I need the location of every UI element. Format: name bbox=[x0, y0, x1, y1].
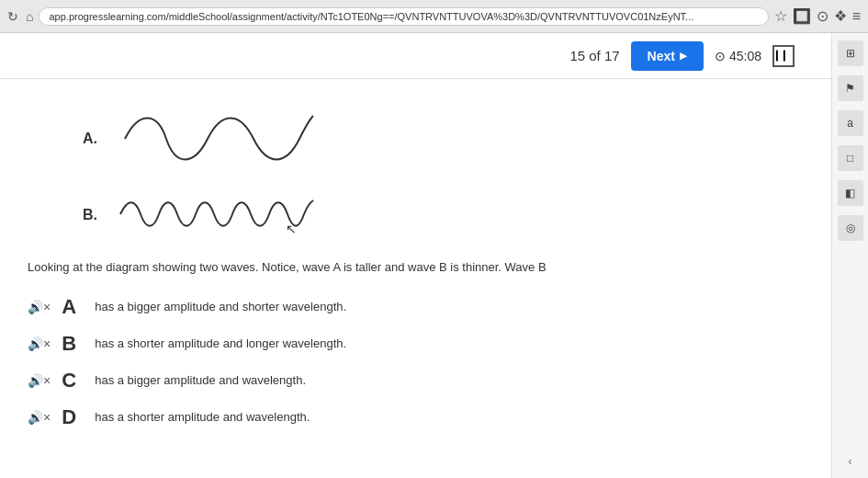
progress-indicator: 15 of 17 bbox=[569, 48, 619, 63]
home-icon[interactable]: ⌂ bbox=[26, 9, 33, 24]
wave-a-label: A. bbox=[83, 131, 101, 147]
sidebar-collapse-icon[interactable]: ‹ bbox=[841, 452, 860, 471]
right-sidebar: ⊞ ⚑ a □ ◧ ◎ ‹ bbox=[831, 33, 868, 478]
star-icon[interactable]: ☆ bbox=[774, 7, 787, 25]
browser-actions: ☆ 🔲 ⊙ ❖ ≡ bbox=[774, 7, 861, 25]
waves-diagram: A. B. ↖ bbox=[83, 107, 804, 240]
answer-letter-d: D bbox=[62, 405, 84, 429]
sidebar-icon-flag[interactable]: ⚑ bbox=[838, 75, 863, 101]
sidebar-icon-text[interactable]: a bbox=[838, 110, 863, 136]
browser-bar: ↻ ⌂ app.progresslearning.com/middleSchoo… bbox=[0, 0, 868, 33]
extension2-icon[interactable]: ❖ bbox=[834, 7, 847, 25]
question-description: Looking at the diagram showing two waves… bbox=[28, 258, 804, 277]
speaker-icon-b[interactable]: 🔊× bbox=[28, 336, 51, 351]
timer-display: ⊙ 45:08 bbox=[715, 49, 761, 63]
timer-value: 45:08 bbox=[729, 49, 761, 63]
next-button[interactable]: Next bbox=[631, 41, 704, 71]
answer-letter-a: A bbox=[62, 295, 84, 319]
clock-icon: ⊙ bbox=[715, 49, 726, 63]
extension-icon[interactable]: 🔲 bbox=[793, 7, 811, 25]
speaker-icon-d[interactable]: 🔊× bbox=[28, 410, 51, 425]
main-content: A. B. ↖ Looking at the diagram showing t… bbox=[0, 79, 831, 478]
answer-letter-b: B bbox=[62, 332, 84, 356]
sidebar-icon-box[interactable]: □ bbox=[838, 145, 863, 171]
header-bar: 15 of 17 Next ⊙ 45:08 ▎▎ bbox=[0, 33, 868, 79]
wave-a-svg bbox=[116, 107, 318, 171]
account-icon[interactable]: ⊙ bbox=[817, 7, 829, 25]
answer-text-c: has a bigger amplitude and wavelength. bbox=[95, 373, 306, 387]
answer-text-d: has a shorter amplitude and wavelength. bbox=[95, 410, 310, 424]
svg-text:↖: ↖ bbox=[286, 222, 297, 236]
answer-row-c[interactable]: 🔊× C has a bigger amplitude and waveleng… bbox=[28, 369, 804, 393]
wave-b-svg: ↖ bbox=[116, 189, 318, 240]
speaker-icon-a[interactable]: 🔊× bbox=[28, 300, 51, 314]
sidebar-icon-split[interactable]: ◧ bbox=[838, 180, 863, 206]
answer-row-b[interactable]: 🔊× B has a shorter amplitude and longer … bbox=[28, 332, 804, 356]
wave-b-row: B. ↖ bbox=[83, 189, 318, 240]
url-bar[interactable]: app.progresslearning.com/middleSchool/as… bbox=[39, 7, 768, 26]
browser-nav-icons: ↻ ⌂ bbox=[7, 9, 33, 24]
sidebar-icon-circle[interactable]: ◎ bbox=[838, 215, 863, 241]
answer-text-a: has a bigger amplitude and shorter wavel… bbox=[95, 300, 346, 313]
reload-icon[interactable]: ↻ bbox=[7, 9, 18, 24]
speaker-icon-c[interactable]: 🔊× bbox=[28, 373, 51, 388]
answer-letter-c: C bbox=[62, 369, 84, 393]
answer-row-a[interactable]: 🔊× A has a bigger amplitude and shorter … bbox=[28, 295, 804, 319]
answer-options: 🔊× A has a bigger amplitude and shorter … bbox=[28, 295, 804, 429]
wave-a-row: A. bbox=[83, 107, 318, 171]
answer-row-d[interactable]: 🔊× D has a shorter amplitude and wavelen… bbox=[28, 405, 804, 429]
answer-text-b: has a shorter amplitude and longer wavel… bbox=[95, 336, 346, 350]
wave-b-label: B. bbox=[83, 207, 101, 223]
sidebar-icon-grid[interactable]: ⊞ bbox=[838, 40, 863, 66]
menu-icon[interactable]: ≡ bbox=[852, 8, 861, 25]
pause-button[interactable]: ▎▎ bbox=[772, 45, 795, 67]
